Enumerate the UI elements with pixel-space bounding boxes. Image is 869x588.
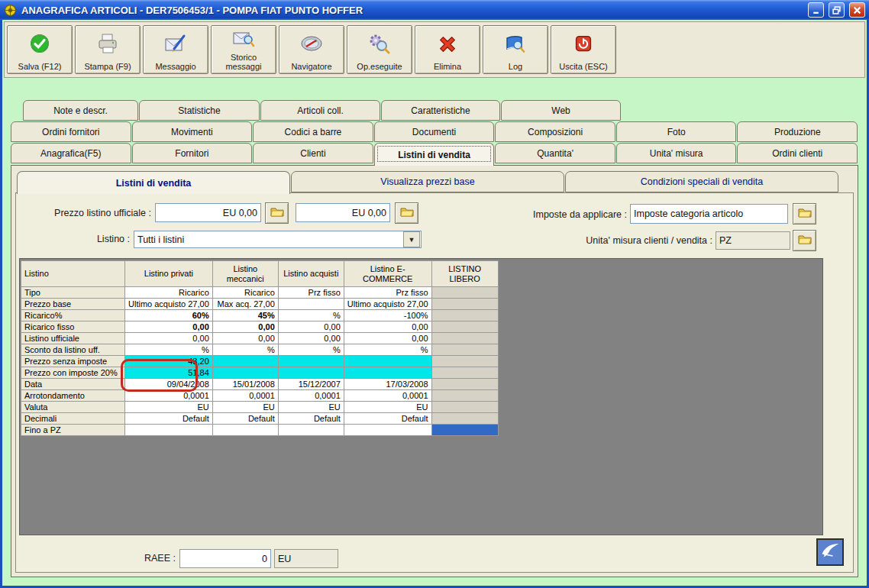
table-cell[interactable]: 0,00 (344, 333, 431, 344)
table-cell[interactable]: 17/03/2008 (344, 379, 431, 390)
column-header-listino-meccanici[interactable]: Listino meccanici (212, 261, 278, 287)
table-cell[interactable]: 43,20 (125, 356, 213, 367)
table-cell[interactable]: Default (344, 413, 431, 425)
tab-caratteristiche[interactable]: Caratteristiche (381, 100, 500, 121)
table-cell[interactable]: EU (344, 402, 431, 413)
tab-codici-a-barre[interactable]: Codici a barre (253, 121, 373, 142)
table-cell[interactable]: % (212, 344, 278, 356)
tab-listini-di-vendita[interactable]: Listini di vendita (374, 143, 495, 166)
table-cell[interactable]: Ultimo acquisto 27,00 (125, 299, 213, 310)
table-cell[interactable] (344, 367, 431, 379)
browse-imposte-button[interactable] (793, 203, 816, 225)
elimina-button[interactable]: Elimina (415, 25, 480, 74)
table-cell[interactable]: 51,84 (125, 367, 213, 379)
tab-produzione[interactable]: Produzione (737, 121, 858, 142)
table-cell[interactable]: 0,0001 (212, 390, 278, 402)
table-cell[interactable] (212, 367, 278, 379)
table-cell[interactable] (431, 321, 498, 333)
inner-tab-visualizza-prezzi-base[interactable]: Visualizza prezzi base (291, 171, 564, 192)
table-cell[interactable] (431, 356, 498, 367)
table-cell[interactable]: 15/12/2007 (278, 379, 344, 390)
inner-tab-listini-di-vendita[interactable]: Listini di vendita (17, 171, 290, 194)
tab-ordini-clienti[interactable]: Ordini clienti (737, 143, 858, 163)
table-cell[interactable]: % (125, 344, 213, 356)
table-cell[interactable]: -100% (344, 310, 431, 321)
log-button[interactable]: Log (483, 25, 548, 74)
table-cell[interactable]: Ricarico (212, 287, 278, 299)
tab-foto[interactable]: Foto (616, 121, 737, 142)
table-cell[interactable]: Default (278, 413, 344, 425)
table-cell[interactable] (212, 356, 278, 367)
table-cell[interactable] (344, 356, 431, 367)
imposte-input[interactable] (630, 204, 788, 224)
table-cell[interactable]: % (344, 344, 431, 356)
column-header-listino-e-commerce[interactable]: Listino E-COMMERCE (344, 261, 431, 287)
table-cell[interactable]: Default (125, 413, 213, 425)
table-cell[interactable] (431, 287, 498, 299)
table-cell[interactable]: EU (125, 402, 213, 413)
tab-composizioni[interactable]: Composizioni (495, 121, 615, 142)
table-cell[interactable] (431, 333, 498, 344)
table-cell[interactable]: EU (278, 402, 344, 413)
table-cell[interactable] (431, 413, 498, 425)
table-cell[interactable]: 09/04/2008 (125, 379, 213, 390)
tab-movimenti[interactable]: Movimenti (132, 121, 253, 142)
table-cell[interactable]: 60% (125, 310, 213, 321)
raee-input[interactable] (179, 549, 271, 568)
tab-web[interactable]: Web (501, 100, 621, 121)
table-cell[interactable]: Max acq. 27,00 (212, 299, 278, 310)
table-cell[interactable]: Default (212, 413, 278, 425)
browse-unita-button[interactable] (793, 230, 816, 251)
table-cell[interactable] (344, 425, 431, 436)
unita-misura-input[interactable] (716, 231, 790, 250)
tab-clienti[interactable]: Clienti (253, 143, 373, 163)
launcher-button[interactable] (816, 538, 844, 566)
table-cell[interactable]: 0,00 (212, 333, 278, 344)
table-cell[interactable]: Prz fisso (278, 287, 344, 299)
table-cell[interactable]: 0,00 (278, 333, 344, 344)
table-cell[interactable]: % (278, 344, 344, 356)
tab-quantita[interactable]: Quantita' (495, 143, 615, 163)
tab-statistiche[interactable]: Statistiche (139, 100, 260, 121)
table-cell[interactable] (278, 367, 344, 379)
table-cell[interactable]: 0,00 (212, 321, 278, 333)
restore-button[interactable] (829, 2, 845, 18)
tab-articoli-coll[interactable]: Articoli coll. (260, 100, 380, 121)
tab-note-e-descr[interactable]: Note e descr. (23, 100, 138, 121)
table-cell[interactable]: Ultimo acquisto 27,00 (344, 299, 431, 310)
table-cell[interactable]: Ricarico (125, 287, 213, 299)
browse-prezzo-1-button[interactable] (265, 202, 289, 224)
raee-currency-field[interactable] (274, 549, 338, 568)
messaggio-button[interactable]: Messaggio (143, 25, 208, 74)
table-cell[interactable]: 0,00 (125, 321, 213, 333)
salva-f12-button[interactable]: Salva (F12) (7, 25, 73, 74)
table-cell[interactable] (431, 379, 498, 390)
uscita-esc-button[interactable]: Uscita (ESC) (551, 25, 616, 74)
storico-messaggi-button[interactable]: Storico messaggi (211, 25, 276, 74)
table-cell[interactable]: 0,0001 (278, 390, 344, 402)
column-header-listino-libero[interactable]: LISTINO LIBERO (431, 261, 498, 287)
table-cell[interactable]: % (278, 310, 344, 321)
inner-tab-condizioni-speciali-di-vendita[interactable]: Condizioni speciali di vendita (565, 171, 838, 192)
browse-prezzo-2-button[interactable] (395, 202, 418, 224)
minimize-button[interactable] (808, 2, 824, 18)
table-cell[interactable]: EU (212, 402, 278, 413)
table-cell[interactable] (431, 344, 498, 356)
tab-anagrafica-f5[interactable]: Anagrafica(F5) (11, 143, 131, 163)
table-cell[interactable]: 0,00 (278, 321, 344, 333)
table-cell[interactable] (431, 425, 498, 436)
table-cell[interactable] (431, 299, 498, 310)
table-cell[interactable] (431, 402, 498, 413)
table-cell[interactable] (212, 425, 278, 436)
table-cell[interactable]: 0,00 (344, 321, 431, 333)
listino-dropdown[interactable]: Tutti i listini ▼ (134, 231, 422, 248)
table-cell[interactable] (431, 367, 498, 379)
column-header-listino[interactable]: Listino (21, 261, 125, 287)
navigatore-button[interactable]: Navigatore (279, 25, 344, 74)
table-cell[interactable] (431, 310, 498, 321)
stampa-f9-button[interactable]: Stampa (F9) (75, 25, 141, 74)
table-cell[interactable] (278, 425, 344, 436)
table-cell[interactable]: 15/01/2008 (212, 379, 278, 390)
column-header-listino-privati[interactable]: Listino privati (125, 261, 213, 287)
tab-documenti[interactable]: Documenti (374, 121, 495, 142)
